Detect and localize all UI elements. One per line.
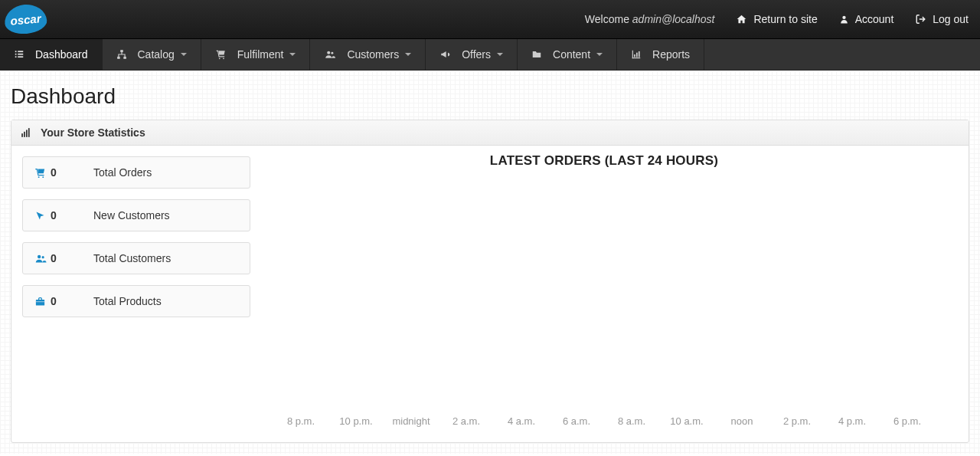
nav-offers[interactable]: Offers	[426, 39, 518, 70]
stat-value: 0	[51, 166, 93, 179]
svg-rect-4	[18, 54, 23, 55]
logo[interactable]: oscar	[3, 3, 47, 36]
stat-label: Total Orders	[93, 166, 152, 179]
chart-tick-label: 8 p.m.	[273, 415, 328, 427]
nav-catalog[interactable]: Catalog	[103, 39, 201, 70]
chart-tick-label: 6 a.m.	[549, 415, 604, 427]
chevron-down-icon	[596, 53, 603, 56]
nav-customers[interactable]: Customers	[310, 39, 426, 70]
cart-icon	[215, 49, 227, 60]
chart-title: LATEST ORDERS (LAST 24 HOURS)	[266, 153, 942, 169]
bar-chart-icon	[21, 127, 31, 138]
stat-label: Total Customers	[93, 252, 171, 264]
chevron-down-icon	[405, 53, 411, 56]
svg-point-0	[842, 16, 845, 19]
chart-x-axis: 8 p.m.10 p.m.midnight2 a.m.4 a.m.6 a.m.8…	[266, 415, 942, 427]
stat-total-products: 0 Total Products	[22, 285, 250, 317]
chevron-down-icon	[497, 53, 503, 56]
home-icon	[736, 14, 747, 25]
list-icon	[14, 49, 24, 60]
svg-rect-17	[636, 53, 638, 57]
stat-total-customers: 0 Total Customers	[22, 242, 250, 274]
chart-tick-label: 10 p.m.	[328, 415, 384, 427]
pointer-icon	[34, 210, 51, 221]
chart-tick-label: midnight	[384, 415, 439, 427]
svg-rect-6	[18, 56, 23, 57]
stat-value: 0	[51, 252, 93, 264]
svg-rect-28	[36, 301, 44, 302]
stat-value: 0	[51, 295, 93, 307]
svg-rect-15	[632, 57, 641, 58]
svg-rect-14	[632, 51, 633, 59]
svg-rect-5	[15, 56, 17, 57]
svg-point-25	[38, 254, 41, 258]
latest-orders-chart: LATEST ORDERS (LAST 24 HOURS) 8 p.m.10 p…	[250, 156, 958, 427]
stats-panel: Your Store Statistics 0 Total Orders 0 N…	[11, 120, 969, 443]
nav-content[interactable]: Content	[518, 39, 617, 70]
svg-rect-19	[21, 133, 23, 137]
svg-point-12	[328, 51, 331, 54]
chevron-down-icon	[181, 53, 187, 56]
nav-reports[interactable]: Reports	[617, 39, 704, 70]
stat-total-orders: 0 Total Orders	[22, 156, 250, 189]
svg-rect-8	[117, 57, 120, 59]
logo-text: oscar	[10, 11, 41, 27]
users-icon	[34, 253, 51, 264]
stats-panel-header: Your Store Statistics	[11, 120, 969, 146]
svg-point-13	[332, 52, 334, 54]
users-icon	[324, 49, 336, 60]
chart-tick-label: 4 p.m.	[825, 415, 880, 427]
svg-point-24	[42, 176, 44, 178]
svg-rect-3	[15, 54, 17, 55]
user-icon	[839, 14, 849, 25]
chart-tick-label: 2 a.m.	[439, 415, 494, 427]
svg-point-10	[219, 57, 220, 59]
svg-point-23	[38, 176, 40, 178]
welcome-message: Welcome admin@localhost	[585, 13, 715, 25]
chart-tick-label: 10 a.m.	[659, 415, 714, 427]
svg-point-26	[42, 256, 44, 258]
nav-dashboard[interactable]: Dashboard	[0, 39, 103, 70]
svg-rect-20	[24, 132, 25, 137]
cart-icon	[34, 167, 51, 179]
svg-rect-16	[634, 54, 635, 57]
chart-tick-label: noon	[714, 415, 769, 427]
chart-tick-label: 4 a.m.	[494, 415, 549, 427]
stat-label: New Customers	[93, 209, 170, 221]
chart-tick-label: 2 p.m.	[769, 415, 825, 427]
nav-fulfilment[interactable]: Fulfilment	[201, 39, 311, 70]
stat-new-customers: 0 New Customers	[22, 199, 250, 231]
svg-rect-18	[639, 51, 640, 57]
sitemap-icon	[116, 49, 127, 60]
chart-tick-label: 6 p.m.	[880, 415, 935, 427]
chart-icon	[631, 49, 642, 60]
svg-rect-22	[28, 128, 30, 137]
svg-rect-2	[18, 51, 23, 52]
svg-rect-7	[120, 50, 123, 52]
logout-link[interactable]: Log out	[915, 13, 969, 25]
svg-rect-1	[15, 51, 17, 52]
svg-rect-9	[123, 57, 126, 59]
logout-icon	[915, 14, 926, 25]
briefcase-icon	[34, 296, 51, 307]
svg-rect-27	[36, 300, 44, 306]
bullhorn-icon	[439, 49, 451, 60]
chevron-down-icon	[289, 53, 296, 56]
stat-label: Total Products	[93, 295, 162, 307]
svg-point-11	[223, 57, 224, 59]
page-title: Dashboard	[11, 84, 969, 109]
stat-value: 0	[51, 209, 93, 221]
folder-icon	[531, 49, 542, 60]
chart-tick-label: 8 a.m.	[604, 415, 659, 427]
return-to-site-link[interactable]: Return to site	[736, 13, 817, 25]
account-link[interactable]: Account	[839, 13, 894, 25]
svg-rect-21	[26, 130, 28, 137]
